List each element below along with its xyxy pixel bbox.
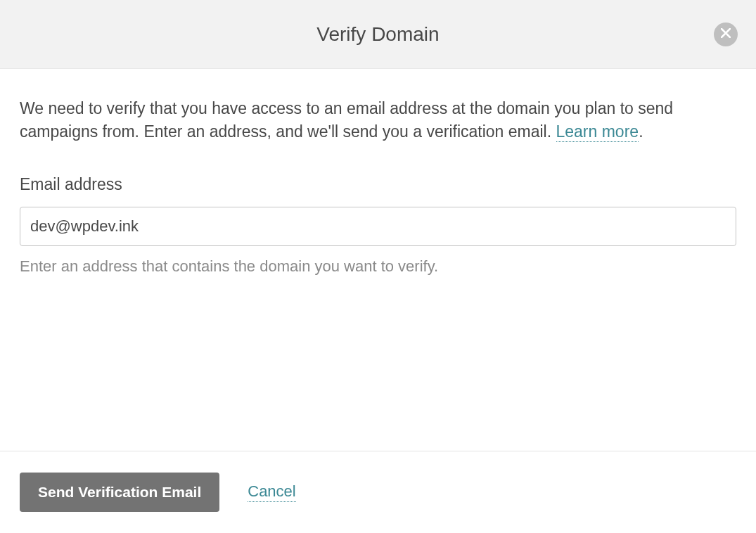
modal-footer: Send Verification Email Cancel [0,451,756,533]
close-icon [721,28,731,40]
modal-title: Verify Domain [316,23,439,46]
intro-text: We need to verify that you have access t… [20,97,736,144]
cancel-link[interactable]: Cancel [248,482,295,502]
modal-header: Verify Domain [0,0,756,69]
modal-body: We need to verify that you have access t… [0,69,756,451]
email-label: Email address [20,175,736,194]
send-verification-button[interactable]: Send Verification Email [20,473,219,512]
learn-more-link[interactable]: Learn more [556,122,639,142]
intro-period: . [639,122,643,141]
email-input[interactable] [20,207,736,246]
help-text: Enter an address that contains the domai… [20,257,736,276]
close-button[interactable] [714,23,738,46]
